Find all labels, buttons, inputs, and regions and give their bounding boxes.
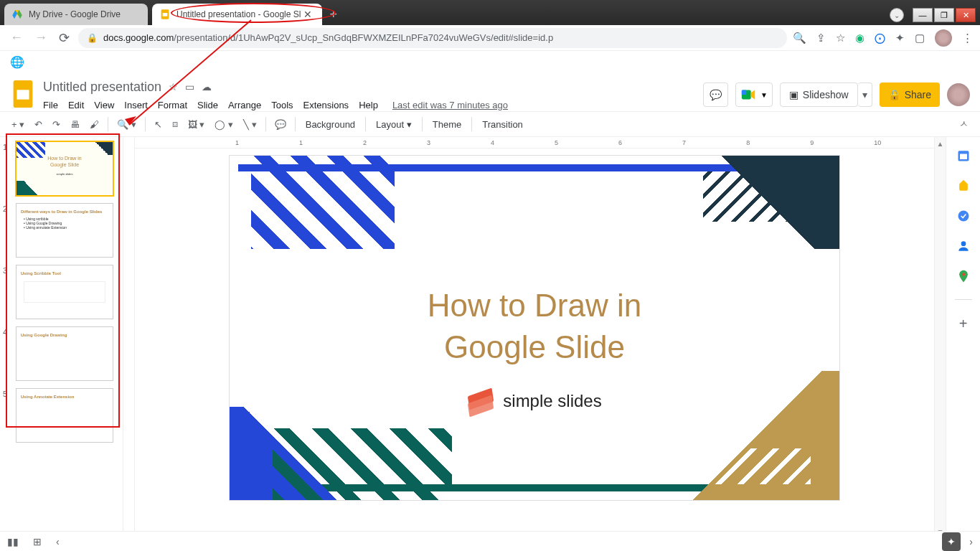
tab-drive[interactable]: My Drive - Google Drive xyxy=(4,4,148,25)
slides-logo-icon[interactable] xyxy=(10,77,36,111)
comments-button[interactable]: 💬 xyxy=(703,83,728,107)
thumb-row[interactable]: 5 Using Annotate Extension xyxy=(3,388,120,443)
transition-button[interactable]: Transition xyxy=(476,116,529,133)
svg-point-12 xyxy=(958,211,969,222)
slides-header: Untitled presentation ☆ ▭ ☁ File Edit Vi… xyxy=(0,72,980,111)
scroll-up-icon[interactable]: ▲ xyxy=(937,140,944,148)
slide-title-text[interactable]: How to Draw inGoogle Slide xyxy=(230,285,839,368)
move-icon[interactable]: ▭ xyxy=(185,81,194,93)
tasks-icon[interactable] xyxy=(956,209,971,223)
minimize-button[interactable]: — xyxy=(913,8,933,22)
url-input[interactable]: 🔒 docs.google.com/presentation/d/1UhAwPq… xyxy=(78,28,787,48)
vertical-scrollbar[interactable]: ▲ ▼ xyxy=(934,137,946,539)
tab-slides[interactable]: Untitled presentation - Google Sl ✕ xyxy=(152,4,322,25)
maps-icon[interactable] xyxy=(956,269,971,283)
svg-marker-8 xyxy=(751,90,755,100)
maximize-button[interactable]: ❐ xyxy=(934,8,954,22)
reload-button[interactable]: ⟳ xyxy=(56,27,72,49)
paint-format-button[interactable]: 🖌 xyxy=(85,116,103,133)
menu-help[interactable]: Help xyxy=(359,100,378,110)
keep-icon[interactable] xyxy=(956,179,971,193)
bookmark-icon[interactable]: ☆ xyxy=(836,32,845,44)
canvas-area[interactable]: How to Draw inGoogle Slide simple slides xyxy=(135,149,934,539)
doc-title-input[interactable]: Untitled presentation xyxy=(43,80,161,95)
tab-group-icon[interactable]: ▢ xyxy=(915,32,925,44)
menu-tools[interactable]: Tools xyxy=(271,100,293,110)
slide-thumb-1[interactable]: How to Draw inGoogle Slide simple slides xyxy=(16,141,113,196)
explore-button[interactable]: ✦ xyxy=(942,532,961,551)
url-path: /presentation/d/1UhAwPq2V_sUcp_SnGdqBFWX… xyxy=(174,32,553,43)
new-slide-button[interactable]: + ▾ xyxy=(7,116,29,133)
zoom-icon[interactable]: 🔍 xyxy=(793,32,806,44)
zoom-button[interactable]: 🔍 ▾ xyxy=(113,116,141,133)
thumb-row[interactable]: 1 How to Draw inGoogle Slide simple slid… xyxy=(3,141,120,196)
profile-avatar[interactable] xyxy=(935,29,952,47)
undo-button[interactable]: ↶ xyxy=(30,116,47,133)
layout-button[interactable]: Layout ▾ xyxy=(370,116,418,133)
slide-thumb-4[interactable]: Using Google Drawing xyxy=(16,326,113,381)
star-icon[interactable]: ☆ xyxy=(169,81,178,93)
share-button[interactable]: 🔒 Share xyxy=(880,83,940,107)
slide-thumb-5[interactable]: Using Annotate Extension xyxy=(16,388,113,443)
slideshow-dropdown[interactable]: ▾ xyxy=(858,83,872,107)
slide-number: 2 xyxy=(3,203,11,258)
back-button[interactable]: ← xyxy=(7,27,26,48)
cloud-icon[interactable]: ☁ xyxy=(202,81,212,93)
last-edit-text[interactable]: Last edit was 7 minutes ago xyxy=(392,100,508,110)
menu-edit[interactable]: Edit xyxy=(68,100,84,110)
contacts-icon[interactable] xyxy=(956,239,971,253)
cast-icon[interactable]: ⨀ xyxy=(875,32,885,44)
thumb-row[interactable]: 3 Using Scribble Tool xyxy=(3,265,120,319)
background-button[interactable]: Background xyxy=(300,116,361,133)
side-panel: + xyxy=(946,137,980,539)
menu-slide[interactable]: Slide xyxy=(197,100,218,110)
line-tool[interactable]: ╲ ▾ xyxy=(239,116,261,133)
slideshow-label: Slideshow xyxy=(803,89,849,100)
comment-tool[interactable]: 💬 xyxy=(270,116,291,133)
calendar-icon[interactable] xyxy=(956,149,971,163)
forward-button[interactable]: → xyxy=(32,27,50,48)
tab-title: My Drive - Google Drive xyxy=(29,9,121,19)
filmstrip-view-icon[interactable]: ▮▮ xyxy=(7,536,19,547)
vertical-ruler xyxy=(123,137,135,539)
hide-menus-button[interactable]: ㅅ xyxy=(955,115,973,133)
thumb-row[interactable]: 4 Using Google Drawing xyxy=(3,326,120,381)
account-avatar[interactable] xyxy=(947,83,970,106)
chrome-menu-icon[interactable]: ⋮ xyxy=(962,32,973,44)
puzzle-icon[interactable]: ✦ xyxy=(895,32,905,44)
add-on-button[interactable]: + xyxy=(959,316,968,332)
menu-extensions[interactable]: Extensions xyxy=(303,100,349,110)
close-tab-icon[interactable]: ✕ xyxy=(301,9,315,20)
thumb-row[interactable]: 2 Different ways to Draw in Google Slide… xyxy=(3,203,120,258)
extension-icon[interactable]: ◉ xyxy=(855,32,864,44)
menu-format[interactable]: Format xyxy=(158,100,187,110)
slideshow-button[interactable]: ▣ Slideshow xyxy=(780,83,858,107)
globe-icon[interactable]: 🌐 xyxy=(10,56,24,68)
collapse-filmstrip-icon[interactable]: ‹ xyxy=(56,536,60,547)
side-panel-toggle-icon[interactable]: › xyxy=(969,536,973,547)
image-tool[interactable]: 🖼 ▾ xyxy=(184,116,209,133)
tabs-dropdown-icon[interactable]: ⌄ xyxy=(890,8,904,22)
share-label: Share xyxy=(905,89,931,100)
menu-insert[interactable]: Insert xyxy=(124,100,148,110)
grid-view-icon[interactable]: ⊞ xyxy=(33,536,42,547)
svg-point-14 xyxy=(961,273,964,276)
theme-button[interactable]: Theme xyxy=(427,116,467,133)
share-page-icon[interactable]: ⇪ xyxy=(816,32,826,44)
menu-arrange[interactable]: Arrange xyxy=(228,100,261,110)
window-controls: ⌄ — ❐ ✕ xyxy=(890,8,980,25)
slide-canvas[interactable]: How to Draw inGoogle Slide simple slides xyxy=(230,156,839,500)
print-button[interactable]: 🖶 xyxy=(66,116,84,133)
menu-bar: File Edit View Insert Format Slide Arran… xyxy=(43,97,696,110)
slide-thumb-3[interactable]: Using Scribble Tool xyxy=(16,265,113,319)
slide-thumb-2[interactable]: Different ways to Draw in Google Slides … xyxy=(16,203,113,258)
new-tab-button[interactable]: + xyxy=(329,7,337,22)
select-tool[interactable]: ↖ xyxy=(150,116,166,133)
redo-button[interactable]: ↷ xyxy=(48,116,65,133)
menu-file[interactable]: File xyxy=(43,100,58,110)
meet-button[interactable]: ▼ xyxy=(735,83,773,107)
menu-view[interactable]: View xyxy=(94,100,114,110)
textbox-tool[interactable]: ⧈ xyxy=(168,116,182,133)
close-window-button[interactable]: ✕ xyxy=(956,8,976,22)
shape-tool[interactable]: ◯ ▾ xyxy=(210,116,237,133)
